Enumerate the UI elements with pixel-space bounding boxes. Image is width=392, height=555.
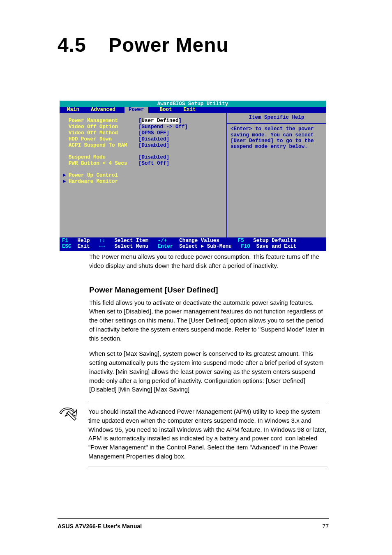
note-block: You should install the Advanced Power Ma… [88, 402, 327, 467]
item-video-off-method[interactable]: Video Off Method [DPMS OFF] [69, 130, 221, 136]
item-pwr-button[interactable]: PWR Button < 4 Secs [Soft Off] [69, 161, 221, 167]
help-title: Item Specific Help [231, 115, 323, 122]
menu-main[interactable]: Main [67, 107, 79, 113]
spacer [69, 167, 221, 173]
page-footer: ASUS A7V266-E User's Manual 77 [58, 518, 329, 530]
submenu-label: Power Up Control [69, 173, 138, 179]
page-heading: 4.5 Power Menu [58, 34, 229, 56]
bios-help-panel: Item Specific Help <Enter> to select the… [226, 113, 326, 237]
submenu-power-up-control[interactable]: ► Power Up Control [69, 173, 221, 179]
item-power-management[interactable]: Power Management [User Defined] [69, 118, 221, 124]
item-label: PWR Button < 4 Secs [69, 161, 138, 167]
bios-window: AwardBIOS Setup Utility Main Advanced Po… [60, 101, 326, 251]
select-item-label: Select Item [115, 238, 149, 244]
item-label: Suspend Mode [69, 154, 138, 161]
bios-left-panel: Power Management [User Defined] Video Of… [60, 113, 226, 237]
footer-line2: ESC Exit ←→ Select Menu Enter Select ► S… [62, 244, 323, 249]
exit-label: Exit [78, 244, 90, 249]
bios-menubar: Main Advanced Power Boot Exit [60, 107, 326, 113]
item-label: Video Off Method [69, 130, 138, 136]
item-suspend-mode[interactable]: Suspend Mode [Disabled] [69, 154, 221, 161]
bios-titlebar: AwardBIOS Setup Utility [60, 101, 326, 107]
key-enter: Enter [158, 244, 173, 249]
key-leftright: ←→ [99, 244, 105, 249]
menu-boot[interactable]: Boot [160, 107, 172, 113]
submenu-arrow-icon: ► [63, 173, 66, 178]
item-label: HDD Power Down [69, 136, 138, 143]
section-paragraph-1: This field allows you to activate or dea… [89, 298, 327, 343]
item-acpi-suspend[interactable]: ACPI Suspend To RAM [Disabled] [69, 143, 221, 149]
item-hdd-power-down[interactable]: HDD Power Down [Disabled] [69, 136, 221, 143]
submenu-label: Hardware Monitor [69, 179, 138, 185]
item-value: [Disabled] [138, 143, 169, 149]
key-f10: F10 [241, 244, 250, 249]
key-esc: ESC [62, 244, 71, 249]
submenu-arrow-icon: ► [63, 179, 66, 184]
bios-footer: F1 Help ↑↓ Select Item -/+ Change Values… [60, 237, 326, 251]
item-value: [Soft Off] [138, 161, 169, 167]
help-divider [227, 123, 326, 124]
menu-exit[interactable]: Exit [184, 107, 196, 113]
bios-body: Power Management [User Defined] Video Of… [60, 113, 326, 237]
intro-paragraph: The Power menu allows you to reduce powe… [89, 252, 327, 270]
item-value: [Disabled] [138, 154, 169, 161]
section-paragraph-2: When set to [Max Saving], system power i… [89, 349, 327, 394]
main-section: Power Management [User Defined] This fie… [89, 284, 327, 401]
save-exit-label: Save and Exit [256, 244, 297, 249]
menu-power[interactable]: Power [125, 107, 148, 113]
key-updown: ↑↓ [99, 238, 105, 244]
section-heading: Power Management [User Defined] [89, 284, 327, 296]
item-value: [Disabled] [138, 136, 169, 143]
item-value: [Suspend -> Off] [138, 124, 188, 130]
key-f1: F1 [62, 238, 68, 244]
help-label: Help [78, 238, 90, 244]
heading-title: Power Menu [108, 34, 229, 56]
item-value: [User Defined] [138, 118, 182, 124]
item-label: Power Management [69, 118, 138, 124]
key-f5: F5 [238, 238, 244, 244]
setup-defaults-label: Setup Defaults [253, 238, 296, 244]
submenu-hardware-monitor[interactable]: ► Hardware Monitor [69, 179, 221, 185]
change-values-label: Change Values [179, 238, 219, 244]
item-value: [DPMS OFF] [138, 130, 169, 136]
help-body: <Enter> to select the power saving mode.… [231, 126, 323, 150]
menu-advanced[interactable]: Advanced [91, 107, 115, 113]
footer-page-number: 77 [322, 523, 329, 530]
select-menu-label: Select Menu [115, 244, 149, 249]
footer-line1: F1 Help ↑↓ Select Item -/+ Change Values… [62, 238, 323, 244]
note-pencil-icon [58, 405, 78, 422]
note-text: You should install the Advanced Power Ma… [88, 407, 327, 461]
footer-manual-title: ASUS A7V266-E User's Manual [58, 523, 142, 530]
select-submenu-label: Select ► Sub-Menu [179, 244, 232, 249]
key-plusminus: -/+ [158, 238, 167, 244]
spacer [69, 149, 221, 154]
item-label: Video Off Option [69, 124, 138, 130]
heading-number: 4.5 [58, 34, 86, 56]
item-video-off-option[interactable]: Video Off Option [Suspend -> Off] [69, 124, 221, 130]
item-label: ACPI Suspend To RAM [69, 143, 138, 149]
